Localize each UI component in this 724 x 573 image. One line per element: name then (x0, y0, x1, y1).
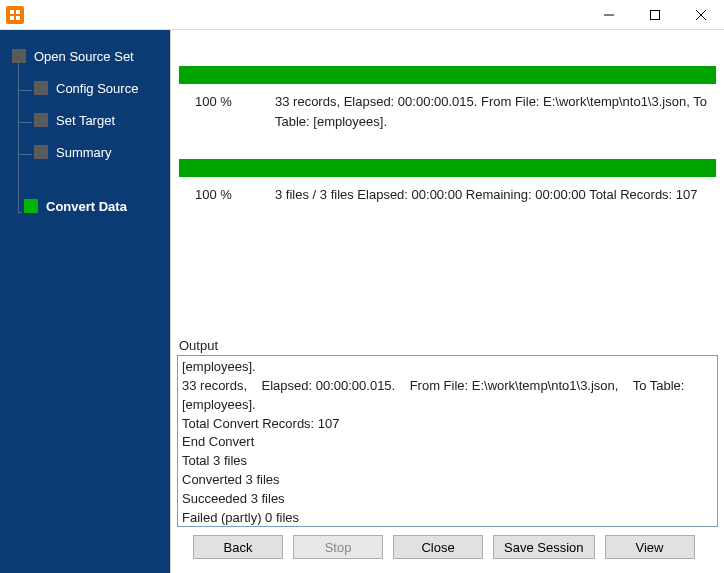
close-dialog-button[interactable]: Close (393, 535, 483, 559)
maximize-button[interactable] (632, 0, 678, 30)
sidebar-item-summary[interactable]: Summary (0, 136, 170, 168)
main-panel: 100 % 33 records, Elapsed: 00:00:00.015.… (170, 30, 724, 573)
output-line: Succeeded 3 files (182, 490, 713, 509)
sidebar-item-config-source[interactable]: Config Source (0, 72, 170, 104)
step-marker-icon (34, 145, 48, 159)
sidebar-item-open-source-set[interactable]: Open Source Set (0, 40, 170, 72)
sidebar-item-label: Convert Data (46, 199, 127, 214)
sidebar-item-label: Set Target (56, 113, 115, 128)
sidebar-item-label: Open Source Set (34, 49, 134, 64)
output-label: Output (179, 338, 718, 353)
output-line: Failed (partly) 0 files (182, 509, 713, 527)
back-button[interactable]: Back (193, 535, 283, 559)
stop-button: Stop (293, 535, 383, 559)
step-marker-icon (34, 81, 48, 95)
sidebar: Open Source Set Config Source Set Target… (0, 30, 170, 573)
svg-rect-2 (10, 16, 14, 20)
svg-rect-3 (16, 16, 20, 20)
app-icon (6, 6, 24, 24)
titlebar (0, 0, 724, 30)
sidebar-item-set-target[interactable]: Set Target (0, 104, 170, 136)
output-line: 33 records, Elapsed: 00:00:00.015. From … (182, 377, 713, 415)
file-progress-bar (179, 66, 716, 84)
output-textarea[interactable]: [employees]. 33 records, Elapsed: 00:00:… (177, 355, 718, 527)
overall-progress-bar (179, 159, 716, 177)
output-line: Converted 3 files (182, 471, 713, 490)
button-row: Back Stop Close Save Session View (177, 527, 718, 567)
overall-progress-details: 3 files / 3 files Elapsed: 00:00:00 Rema… (275, 185, 712, 205)
sidebar-item-label: Config Source (56, 81, 138, 96)
output-line: End Convert (182, 433, 713, 452)
file-progress-details: 33 records, Elapsed: 00:00:00.015. From … (275, 92, 712, 131)
output-line: Total 3 files (182, 452, 713, 471)
sidebar-item-convert-data[interactable]: Convert Data (0, 190, 170, 222)
svg-rect-1 (16, 10, 20, 14)
step-marker-icon (24, 199, 38, 213)
output-line: Total Convert Records: 107 (182, 415, 713, 434)
file-progress-percent: 100 % (195, 92, 275, 131)
save-session-button[interactable]: Save Session (493, 535, 595, 559)
view-button[interactable]: View (605, 535, 695, 559)
minimize-button[interactable] (586, 0, 632, 30)
svg-rect-0 (10, 10, 14, 14)
step-marker-icon (12, 49, 26, 63)
svg-rect-5 (651, 10, 660, 19)
overall-progress-percent: 100 % (195, 185, 275, 205)
step-marker-icon (34, 113, 48, 127)
sidebar-item-label: Summary (56, 145, 112, 160)
close-button[interactable] (678, 0, 724, 30)
output-line: [employees]. (182, 358, 713, 377)
